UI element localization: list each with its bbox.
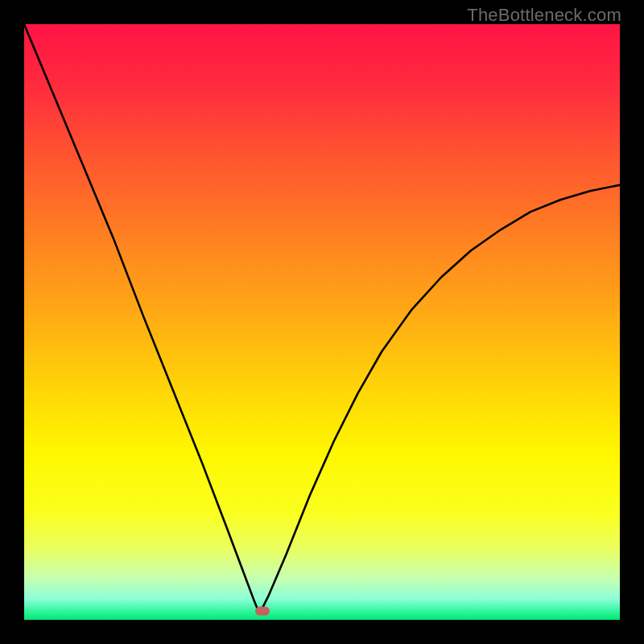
watermark-text: TheBottleneck.com [467,5,621,26]
bottleneck-curve [24,24,620,620]
minimum-marker [255,606,270,615]
chart-frame: TheBottleneck.com [0,0,644,644]
plot-area [24,24,620,620]
